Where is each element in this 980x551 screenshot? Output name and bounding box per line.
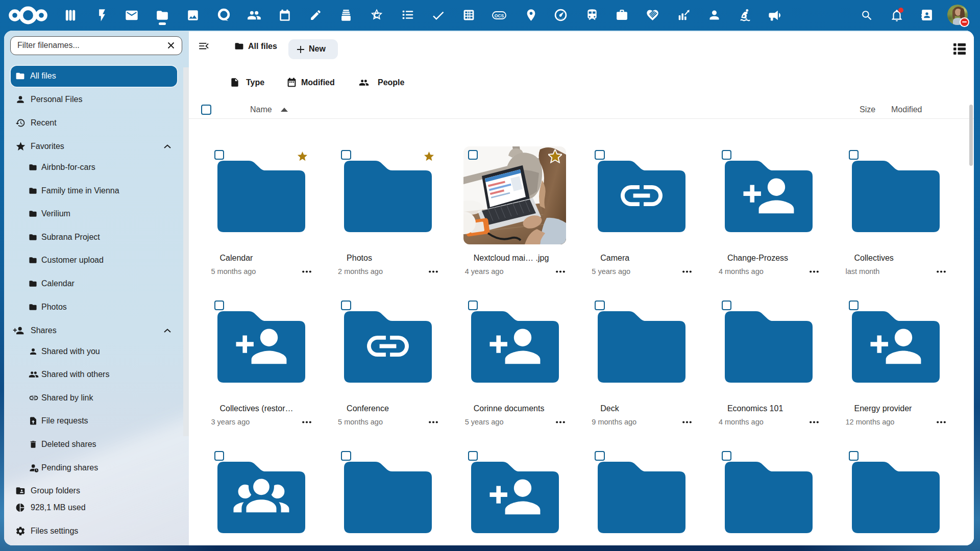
svg-text:OCS: OCS — [495, 13, 504, 18]
